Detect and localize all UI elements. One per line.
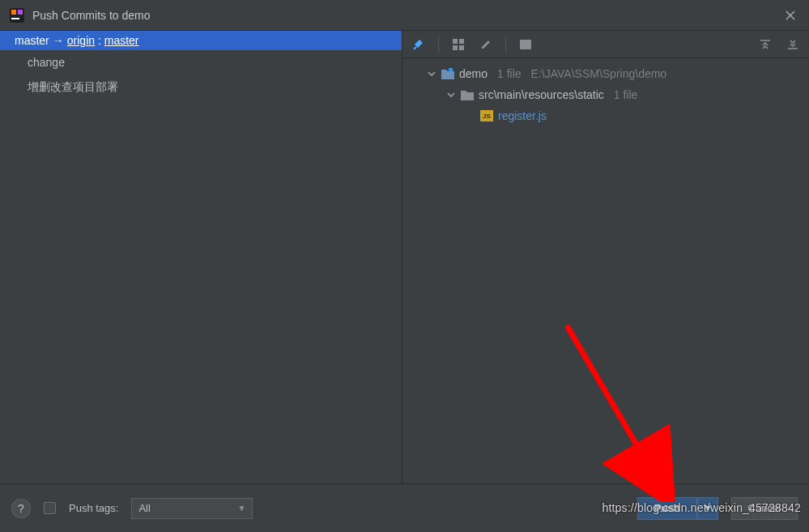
project-path: E:\JAVA\SSM\Spring\demo [531,67,667,80]
changes-toolbar [402,31,809,58]
file-name: register.js [498,109,547,122]
remote-name[interactable]: origin [67,34,95,47]
js-file-icon: JS [480,110,493,121]
folder-name: src\main\resources\static [479,88,604,101]
push-tags-label: Push tags: [69,502,118,514]
expand-all-icon[interactable] [757,36,773,53]
close-icon[interactable] [781,6,799,24]
svg-rect-6 [453,45,458,50]
remote-branch-name[interactable]: master [104,34,139,47]
chevron-down-icon[interactable] [446,91,456,99]
svg-rect-7 [459,45,464,50]
file-tree: demo 1 file E:\JAVA\SSM\Spring\demo src\… [402,58,809,131]
arrow-right-icon: → [53,34,64,47]
window-title: Push Commits to demo [32,9,781,22]
tree-project-row[interactable]: demo 1 file E:\JAVA\SSM\Spring\demo [409,63,803,84]
toolbar-separator [505,36,506,53]
pin-icon[interactable] [411,36,427,53]
local-branch-label: master [15,34,49,47]
project-folder-icon [441,68,454,79]
changes-pane: demo 1 file E:\JAVA\SSM\Spring\demo src\… [402,31,809,483]
branch-colon: : [95,34,104,47]
svg-rect-3 [11,18,19,19]
commits-pane: master → origin : master change 增删改查项目部署 [0,31,402,483]
main-area: master → origin : master change 增删改查项目部署 [0,31,809,483]
svg-rect-4 [453,39,458,44]
cancel-button[interactable]: Cancel [731,497,798,520]
folder-icon [461,89,474,100]
collapse-all-icon[interactable] [785,36,801,53]
svg-rect-2 [18,10,23,15]
chevron-down-icon[interactable] [427,70,436,78]
commit-item[interactable]: 增删改查项目部署 [0,74,402,99]
app-icon [10,8,24,23]
tree-file-row[interactable]: JS register.js [409,105,803,126]
grid-view-icon[interactable] [450,36,466,53]
push-tags-value: All [138,502,150,514]
folder-file-count: 1 file [614,88,638,101]
push-button-group: Push [637,497,718,520]
commit-item[interactable]: change [0,50,402,74]
svg-rect-5 [459,39,464,44]
push-tags-select[interactable]: All ▼ [131,498,253,519]
toolbar-separator [438,36,439,53]
svg-rect-1 [11,10,16,15]
help-icon[interactable]: ? [11,499,31,518]
svg-rect-11 [449,68,453,72]
dialog-footer: ? Push tags: All ▼ Push Cancel [0,483,809,532]
chevron-down-icon: ▼ [238,504,246,513]
project-name: demo [459,67,488,80]
tree-folder-row[interactable]: src\main\resources\static 1 file [409,84,803,105]
preview-icon[interactable] [517,36,534,53]
push-button[interactable]: Push [637,497,697,520]
project-file-count: 1 file [497,67,522,80]
svg-rect-8 [520,40,531,49]
push-tags-checkbox[interactable] [44,502,56,514]
edit-icon[interactable] [478,36,494,53]
titlebar: Push Commits to demo [0,0,809,31]
branch-row[interactable]: master → origin : master [0,31,402,50]
push-button-dropdown[interactable] [697,497,718,520]
